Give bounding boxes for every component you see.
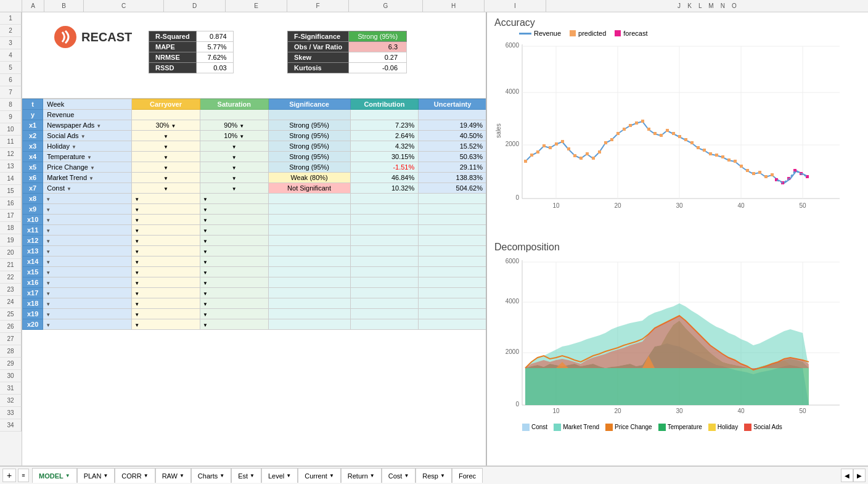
col-header-b: B [44, 0, 84, 12]
add-sheet-button[interactable]: + [2, 469, 16, 482]
svg-text:10: 10 [552, 408, 560, 414]
legend-temperature: Temperature [658, 424, 702, 431]
legend-revenue: Revenue [519, 30, 561, 37]
svg-rect-45 [672, 132, 675, 135]
svg-rect-33 [598, 150, 601, 154]
accuracy-legend: Revenue predicted forecast [519, 30, 861, 37]
accuracy-title: Accuracy [494, 17, 861, 28]
stats-right: F-Significance Strong (95%) Obs / Var Ra… [287, 31, 407, 73]
table-row: x10▼▼▼ [23, 215, 486, 225]
table-row: x8▼▼▼ [23, 194, 486, 204]
logo: RECAST [53, 25, 132, 49]
svg-rect-47 [684, 138, 687, 141]
tab-return[interactable]: Return▼ [341, 468, 382, 483]
table-row: x18▼▼▼ [23, 298, 486, 309]
stats-left: R-Squared 0.874 MAPE 5.77% NRMSE 7.62% [149, 31, 234, 73]
svg-rect-48 [690, 141, 694, 144]
svg-rect-35 [610, 138, 613, 141]
tabs-bar: + ≡ MODEL▼ PLAN▼ CORR▼ RAW▼ Charts▼ Est▼… [0, 466, 868, 484]
svg-text:2000: 2000 [506, 141, 520, 147]
tab-forec[interactable]: Forec [452, 468, 483, 483]
legend-predicted: predicted [570, 30, 606, 37]
table-row: x9▼▼▼ [23, 204, 486, 215]
col-header-c: C [84, 0, 164, 12]
svg-rect-26 [555, 142, 558, 146]
svg-rect-32 [592, 157, 595, 160]
legend-market-trend: Market Trend [554, 424, 599, 431]
svg-rect-46 [678, 135, 681, 138]
svg-rect-60 [764, 175, 768, 178]
svg-rect-57 [746, 169, 749, 172]
charts-panel: Accuracy Revenue predicted forecast [487, 12, 868, 466]
table-row: x13▼▼▼ [23, 246, 486, 256]
svg-rect-58 [752, 172, 755, 175]
svg-rect-31 [586, 152, 589, 155]
table-header-row: t Week Carryover Saturation Significance… [23, 99, 486, 110]
svg-rect-29 [573, 154, 576, 157]
svg-rect-44 [666, 129, 669, 132]
col-header-e: E [226, 0, 287, 12]
svg-rect-28 [567, 147, 570, 150]
tab-resp[interactable]: Resp▼ [416, 468, 452, 483]
table-row: x4 Temperature ▼ ▼ ▼ Strong (95%) 30.15%… [23, 152, 486, 162]
tab-nav-prev[interactable]: ◀ [841, 469, 853, 482]
svg-rect-53 [721, 155, 724, 158]
tab-plan[interactable]: PLAN▼ [77, 468, 115, 483]
decomposition-title: Decomposition [494, 242, 861, 253]
accuracy-chart-svg: 6000 4000 2000 0 sales 10 20 30 [494, 38, 846, 223]
variable-table-area: t Week Carryover Saturation Significance… [22, 99, 486, 330]
svg-text:50: 50 [799, 408, 806, 414]
svg-rect-55 [734, 160, 737, 163]
legend-price-change: Price Change [605, 424, 652, 431]
table-row: x6 Market Trend ▼ ▼ ▼ Weak (80%) 46.84% … [23, 173, 486, 183]
svg-rect-41 [647, 128, 650, 131]
table-row: x19▼▼▼ [23, 309, 486, 319]
col-header-f: F [287, 0, 349, 12]
decomp-legend: Const Market Trend Price Change Temperat… [522, 424, 861, 431]
tab-est[interactable]: Est▼ [231, 468, 261, 483]
svg-text:30: 30 [676, 408, 683, 414]
variable-table: t Week Carryover Saturation Significance… [22, 99, 486, 330]
y-row: y Revenue [23, 110, 486, 120]
svg-rect-40 [641, 120, 644, 123]
svg-text:4000: 4000 [506, 298, 520, 305]
svg-text:10: 10 [552, 202, 560, 209]
tab-nav-next[interactable]: ▶ [853, 469, 866, 482]
svg-text:4000: 4000 [506, 88, 520, 95]
svg-text:20: 20 [614, 202, 621, 209]
svg-text:30: 30 [676, 202, 683, 209]
svg-text:0: 0 [515, 401, 519, 408]
col-header-h: H [423, 0, 485, 12]
legend-holiday: Holiday [708, 424, 738, 431]
col-header-rest: J K L M N O [546, 0, 868, 12]
svg-rect-42 [653, 132, 657, 135]
svg-rect-30 [579, 157, 583, 160]
svg-rect-61 [771, 173, 774, 176]
col-header-a: A [22, 0, 44, 12]
table-row: x3 Holiday ▼ ▼ ▼ Strong (95%) 4.32% 15.5… [23, 141, 486, 152]
svg-rect-37 [623, 128, 626, 131]
table-row: x16▼▼▼ [23, 277, 486, 288]
logo-icon [53, 25, 78, 49]
tab-charts[interactable]: Charts▼ [191, 468, 231, 483]
svg-rect-56 [740, 165, 743, 168]
decomposition-chart-svg: 6000 4000 2000 0 10 20 30 40 50 [494, 254, 846, 427]
tab-raw[interactable]: RAW▼ [155, 468, 191, 483]
svg-rect-54 [727, 158, 731, 162]
sheet-list-button[interactable]: ≡ [18, 469, 29, 482]
tab-level[interactable]: Level▼ [261, 468, 298, 483]
tab-model[interactable]: MODEL▼ [32, 468, 77, 483]
svg-rect-43 [660, 134, 663, 137]
svg-rect-27 [561, 140, 564, 143]
table-row: x11▼▼▼ [23, 225, 486, 236]
decomposition-chart-section: Decomposition 6000 4000 2000 0 10 20 [494, 242, 861, 466]
corner-cell [0, 0, 22, 12]
tab-corr[interactable]: CORR▼ [115, 468, 155, 483]
table-row: x5 Price Change ▼ ▼ ▼ Strong (95%) -1.51… [23, 162, 486, 173]
col-header-d: D [164, 0, 226, 12]
legend-social-ads: Social Ads [744, 424, 782, 431]
svg-rect-59 [758, 171, 761, 174]
tab-current[interactable]: Current▼ [298, 468, 341, 483]
table-row: x14▼▼▼ [23, 256, 486, 267]
tab-cost[interactable]: Cost▼ [382, 468, 416, 483]
